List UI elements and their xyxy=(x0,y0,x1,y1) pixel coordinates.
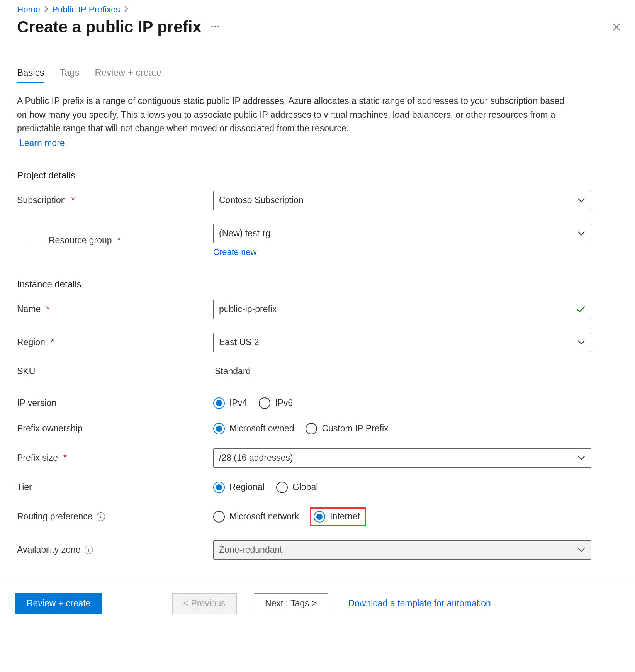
tab-review[interactable]: Review + create xyxy=(95,67,161,83)
chevron-right-icon xyxy=(44,6,48,14)
radio-ipv4[interactable]: IPv4 xyxy=(213,397,247,409)
label-availability-zone: Availability zone i xyxy=(17,545,213,555)
next-button[interactable]: Next : Tags > xyxy=(254,593,328,614)
learn-more-link[interactable]: Learn more. xyxy=(19,138,67,148)
more-icon[interactable]: ··· xyxy=(211,22,220,32)
label-region: Region* xyxy=(17,337,213,348)
footer: Review + create < Previous Next : Tags >… xyxy=(0,583,635,626)
tab-tags[interactable]: Tags xyxy=(60,67,80,83)
chevron-down-icon xyxy=(577,198,585,203)
region-select[interactable]: East US 2 xyxy=(213,333,591,352)
label-subscription: Subscription* xyxy=(17,195,213,205)
create-new-link[interactable]: Create new xyxy=(213,247,591,257)
subscription-select[interactable]: Contoso Subscription xyxy=(213,191,591,210)
page-title: Create a public IP prefix xyxy=(17,18,202,36)
breadcrumb: Home Public IP Prefixes xyxy=(17,5,621,15)
chevron-down-icon xyxy=(577,340,585,345)
resource-group-select[interactable]: (New) test-rg xyxy=(213,224,591,243)
radio-regional[interactable]: Regional xyxy=(213,482,265,493)
chevron-down-icon xyxy=(577,231,585,236)
section-project-details: Project details xyxy=(17,170,621,181)
review-create-button[interactable]: Review + create xyxy=(15,593,102,614)
radio-microsoft-network[interactable]: Microsoft network xyxy=(213,511,299,523)
highlight-box: Internet xyxy=(310,507,366,526)
close-icon[interactable] xyxy=(612,22,621,32)
download-template-link[interactable]: Download a template for automation xyxy=(348,598,491,609)
label-prefix-size: Prefix size* xyxy=(17,453,213,463)
section-instance-details: Instance details xyxy=(17,279,621,290)
label-sku: SKU xyxy=(17,366,213,377)
prefix-size-select[interactable]: /28 (16 addresses) xyxy=(213,448,591,468)
label-resource-group: Resource group* xyxy=(17,235,213,246)
sku-value: Standard xyxy=(213,366,591,377)
label-tier: Tier xyxy=(17,482,213,492)
chevron-down-icon xyxy=(577,547,585,553)
chevron-down-icon xyxy=(577,455,585,461)
breadcrumb-home[interactable]: Home xyxy=(17,5,40,15)
chevron-right-icon xyxy=(124,6,128,14)
tab-basics[interactable]: Basics xyxy=(17,67,44,83)
tabs: Basics Tags Review + create xyxy=(17,67,621,83)
checkmark-icon xyxy=(577,306,585,313)
radio-internet[interactable]: Internet xyxy=(314,511,360,523)
name-input[interactable]: public-ip-prefix xyxy=(213,300,591,319)
intro-text: A Public IP prefix is a range of contigu… xyxy=(17,94,573,136)
availability-zone-select: Zone-redundant xyxy=(213,540,591,560)
label-ip-version: IP version xyxy=(17,398,213,408)
radio-custom-ip-prefix[interactable]: Custom IP Prefix xyxy=(306,423,388,434)
info-icon[interactable]: i xyxy=(85,546,93,554)
breadcrumb-prefixes[interactable]: Public IP Prefixes xyxy=(52,5,120,15)
radio-ipv6[interactable]: IPv6 xyxy=(259,397,293,409)
previous-button: < Previous xyxy=(172,593,237,614)
label-name: Name* xyxy=(17,304,213,314)
label-prefix-ownership: Prefix ownership xyxy=(17,423,213,434)
label-routing-preference: Routing preference i xyxy=(17,511,213,522)
info-icon[interactable]: i xyxy=(97,512,105,521)
radio-microsoft-owned[interactable]: Microsoft owned xyxy=(213,423,294,434)
radio-global[interactable]: Global xyxy=(276,482,318,493)
